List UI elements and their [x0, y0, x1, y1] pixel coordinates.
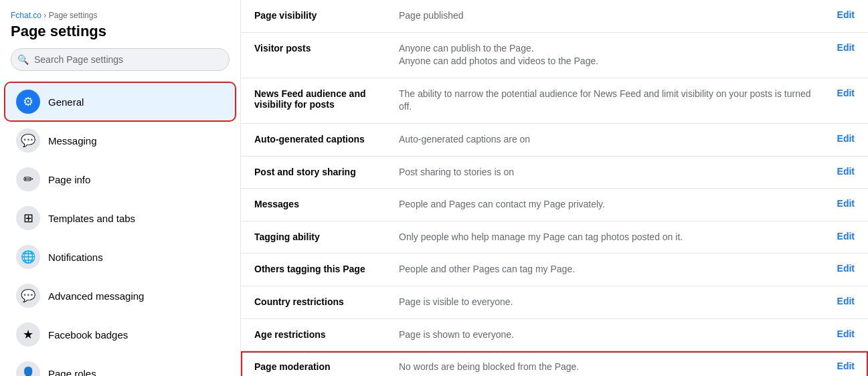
sidebar-item-page-info[interactable]: ✏Page info [5, 161, 235, 198]
settings-row-news-feed-audience: News Feed audience and visibility for po… [241, 78, 868, 124]
sidebar-item-page-roles[interactable]: 👤Page roles [5, 355, 235, 376]
page-info-icon: ✏ [16, 167, 40, 191]
sidebar-item-label-advanced-messaging: Advanced messaging [48, 290, 144, 302]
edit-btn-country-restrictions[interactable]: Edit [837, 296, 855, 306]
sidebar-header: Fchat.co › Page settings Page settings 🔍 [0, 0, 240, 82]
setting-label-tagging-ability: Tagging ability [254, 231, 388, 242]
setting-label-page-moderation: Page moderation [254, 361, 388, 372]
setting-desc-page-visibility: Page published [399, 9, 827, 23]
sidebar-item-general[interactable]: ⚙General [5, 83, 235, 120]
messaging-icon: 💬 [16, 128, 40, 153]
advanced-messaging-icon: 💬 [16, 284, 40, 308]
edit-btn-news-feed-audience[interactable]: Edit [837, 88, 855, 98]
sidebar-item-label-messaging: Messaging [48, 135, 97, 147]
setting-label-age-restrictions: Age restrictions [254, 328, 388, 340]
settings-row-others-tagging: Others tagging this PagePeople and other… [241, 254, 868, 286]
edit-btn-visitor-posts[interactable]: Edit [837, 42, 855, 53]
settings-row-country-restrictions: Country restrictionsPage is visible to e… [241, 286, 868, 319]
settings-list: Page visibilityPage publishedEditVisitor… [241, 0, 868, 376]
edit-btn-page-visibility[interactable]: Edit [837, 9, 855, 20]
setting-label-auto-captions: Auto-generated captions [254, 133, 388, 145]
sidebar-item-templates-tabs[interactable]: ⊞Templates and tabs [5, 199, 235, 237]
setting-label-country-restrictions: Country restrictions [254, 296, 388, 307]
setting-label-visitor-posts: Visitor posts [254, 42, 388, 54]
page-title: Page settings [11, 23, 230, 40]
setting-desc-country-restrictions: Page is visible to everyone. [399, 296, 827, 309]
edit-btn-page-moderation[interactable]: Edit [837, 361, 855, 371]
nav-list: ⚙General💬Messaging✏Page info⊞Templates a… [0, 82, 240, 376]
settings-row-auto-captions: Auto-generated captionsAuto-generated ca… [241, 124, 868, 157]
settings-row-post-story-sharing: Post and story sharingPost sharing to st… [241, 157, 868, 189]
settings-row-age-restrictions: Age restrictionsPage is shown to everyon… [241, 319, 868, 352]
setting-label-page-visibility: Page visibility [254, 9, 388, 21]
page-roles-icon: 👤 [16, 361, 40, 376]
settings-row-visitor-posts: Visitor postsAnyone can publish to the P… [241, 33, 868, 78]
setting-label-messages: Messages [254, 198, 388, 209]
sidebar-item-label-notifications: Notifications [48, 252, 103, 263]
setting-desc-news-feed-audience: The ability to narrow the potential audi… [399, 88, 827, 114]
sidebar-item-advanced-messaging[interactable]: 💬Advanced messaging [5, 277, 235, 314]
setting-desc-visitor-posts: Anyone can publish to the Page. Anyone c… [399, 42, 827, 68]
setting-desc-page-moderation: No words are being blocked from the Page… [399, 361, 827, 374]
breadcrumb-current: Page settings [49, 11, 98, 20]
edit-btn-auto-captions[interactable]: Edit [837, 133, 855, 144]
settings-row-messages: MessagesPeople and Pages can contact my … [241, 189, 868, 221]
edit-btn-tagging-ability[interactable]: Edit [837, 231, 855, 242]
search-container: 🔍 [11, 48, 230, 71]
setting-desc-others-tagging: People and other Pages can tag my Page. [399, 263, 827, 276]
sidebar: Fchat.co › Page settings Page settings 🔍… [0, 0, 241, 376]
setting-desc-tagging-ability: Only people who help manage my Page can … [399, 231, 827, 244]
main-content: Page visibilityPage publishedEditVisitor… [241, 0, 868, 376]
breadcrumb-separator: › [41, 11, 49, 20]
edit-btn-messages[interactable]: Edit [837, 198, 855, 209]
settings-row-page-visibility: Page visibilityPage publishedEdit [241, 0, 868, 33]
edit-btn-others-tagging[interactable]: Edit [837, 263, 855, 274]
settings-row-tagging-ability: Tagging abilityOnly people who help mana… [241, 221, 868, 254]
setting-desc-auto-captions: Auto-generated captions are on [399, 133, 827, 147]
sidebar-item-label-templates-tabs: Templates and tabs [48, 213, 135, 224]
edit-btn-post-story-sharing[interactable]: Edit [837, 166, 855, 177]
setting-label-others-tagging: Others tagging this Page [254, 263, 388, 274]
setting-desc-age-restrictions: Page is shown to everyone. [399, 328, 827, 342]
sidebar-item-messaging[interactable]: 💬Messaging [5, 122, 235, 159]
facebook-badges-icon: ★ [16, 322, 40, 347]
settings-row-page-moderation: Page moderationNo words are being blocke… [241, 351, 868, 376]
setting-desc-post-story-sharing: Post sharing to stories is on [399, 166, 827, 179]
setting-label-post-story-sharing: Post and story sharing [254, 166, 388, 177]
breadcrumb-site-link[interactable]: Fchat.co [11, 11, 41, 20]
general-icon: ⚙ [16, 90, 40, 114]
breadcrumb: Fchat.co › Page settings [11, 11, 230, 20]
sidebar-item-notifications[interactable]: 🌐Notifications [5, 238, 235, 276]
edit-btn-age-restrictions[interactable]: Edit [837, 328, 855, 339]
notifications-icon: 🌐 [16, 245, 40, 269]
sidebar-item-facebook-badges[interactable]: ★Facebook badges [5, 316, 235, 353]
sidebar-item-label-page-roles: Page roles [48, 368, 96, 377]
search-input[interactable] [11, 48, 230, 71]
templates-tabs-icon: ⊞ [16, 206, 40, 230]
search-icon: 🔍 [17, 54, 29, 65]
setting-desc-messages: People and Pages can contact my Page pri… [399, 198, 827, 211]
setting-label-news-feed-audience: News Feed audience and visibility for po… [254, 88, 388, 110]
sidebar-item-label-page-info: Page info [48, 174, 90, 185]
sidebar-item-label-facebook-badges: Facebook badges [48, 329, 128, 341]
sidebar-item-label-general: General [48, 96, 84, 108]
